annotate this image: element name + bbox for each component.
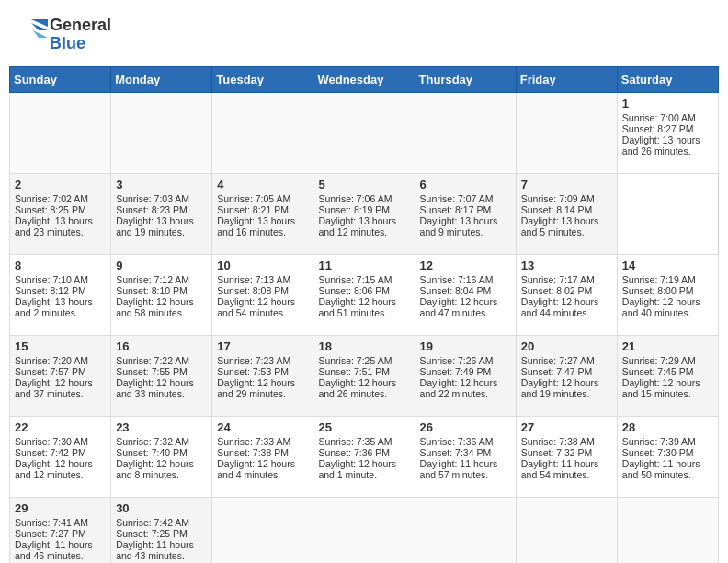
calendar-day-25: 25Sunrise: 7:35 AMSunset: 7:36 PMDayligh… [313,416,415,497]
day-header-row: SundayMondayTuesdayWednesdayThursdayFrid… [10,66,719,92]
day-header-sunday: Sunday [10,66,111,92]
calendar-day-7: 7Sunrise: 7:09 AMSunset: 8:14 PMDaylight… [516,173,617,254]
day-number: 21 [622,339,713,353]
empty-cell [415,497,516,563]
day-number: 20 [521,339,612,353]
calendar-week-6: 29Sunrise: 7:41 AMSunset: 7:27 PMDayligh… [10,497,719,563]
calendar-day-14: 14Sunrise: 7:19 AMSunset: 8:00 PMDayligh… [617,254,718,335]
calendar-day-17: 17Sunrise: 7:23 AMSunset: 7:53 PMDayligh… [212,335,313,416]
day-header-monday: Monday [111,66,212,92]
empty-cell [212,497,313,563]
day-number: 29 [15,501,106,515]
day-number: 18 [318,339,409,353]
day-number: 7 [521,178,612,191]
logo-blue: Blue [50,35,111,53]
day-number: 1 [622,97,713,110]
empty-cell [212,92,313,173]
calendar-day-21: 21Sunrise: 7:29 AMSunset: 7:45 PMDayligh… [617,335,718,416]
empty-cell [516,497,617,563]
logo-general: General [50,17,111,35]
calendar-day-6: 6Sunrise: 7:07 AMSunset: 8:17 PMDaylight… [415,173,516,254]
day-number: 22 [15,420,106,434]
day-number: 23 [116,420,207,434]
logo: General Blue [13,17,111,53]
day-number: 12 [420,259,511,272]
empty-cell [313,497,415,563]
day-number: 11 [318,259,409,272]
day-number: 4 [217,178,308,191]
day-number: 5 [318,178,409,191]
calendar-day-23: 23Sunrise: 7:32 AMSunset: 7:40 PMDayligh… [111,416,212,497]
calendar-table: SundayMondayTuesdayWednesdayThursdayFrid… [9,66,719,563]
calendar-day-29: 29Sunrise: 7:41 AMSunset: 7:27 PMDayligh… [10,497,111,563]
calendar-day-3: 3Sunrise: 7:03 AMSunset: 8:23 PMDaylight… [111,173,212,254]
calendar-week-4: 15Sunrise: 7:20 AMSunset: 7:57 PMDayligh… [10,335,719,416]
calendar-day-12: 12Sunrise: 7:16 AMSunset: 8:04 PMDayligh… [415,254,516,335]
calendar-day-15: 15Sunrise: 7:20 AMSunset: 7:57 PMDayligh… [10,335,111,416]
empty-cell [10,92,111,173]
day-header-tuesday: Tuesday [212,66,313,92]
day-number: 30 [116,501,207,515]
calendar-day-4: 4Sunrise: 7:05 AMSunset: 8:21 PMDaylight… [212,173,313,254]
day-header-saturday: Saturday [617,66,718,92]
calendar-week-1: 1Sunrise: 7:00 AMSunset: 8:27 PMDaylight… [10,92,719,173]
calendar-day-13: 13Sunrise: 7:17 AMSunset: 8:02 PMDayligh… [516,254,617,335]
calendar-day-10: 10Sunrise: 7:13 AMSunset: 8:08 PMDayligh… [212,254,313,335]
day-number: 17 [217,339,308,353]
empty-cell [516,92,617,173]
empty-cell [111,92,212,173]
day-number: 26 [420,420,511,434]
calendar-day-30: 30Sunrise: 7:42 AMSunset: 7:25 PMDayligh… [111,497,212,563]
calendar-week-3: 8Sunrise: 7:10 AMSunset: 8:12 PMDaylight… [10,254,719,335]
day-number: 13 [521,259,612,272]
day-number: 9 [116,259,207,272]
calendar-day-27: 27Sunrise: 7:38 AMSunset: 7:32 PMDayligh… [516,416,617,497]
calendar-day-20: 20Sunrise: 7:27 AMSunset: 7:47 PMDayligh… [516,335,617,416]
svg-marker-2 [33,30,48,38]
day-number: 28 [622,420,713,434]
calendar-day-18: 18Sunrise: 7:25 AMSunset: 7:51 PMDayligh… [313,335,415,416]
day-header-thursday: Thursday [415,66,516,92]
calendar-day-11: 11Sunrise: 7:15 AMSunset: 8:06 PMDayligh… [313,254,415,335]
day-number: 16 [116,339,207,353]
calendar-day-16: 16Sunrise: 7:22 AMSunset: 7:55 PMDayligh… [111,335,212,416]
day-number: 6 [420,178,511,191]
day-number: 25 [318,420,409,434]
calendar-day-24: 24Sunrise: 7:33 AMSunset: 7:38 PMDayligh… [212,416,313,497]
empty-cell [415,92,516,173]
day-number: 19 [420,339,511,353]
calendar-day-2: 2Sunrise: 7:02 AMSunset: 8:25 PMDaylight… [10,173,111,254]
calendar-day-1: 1Sunrise: 7:00 AMSunset: 8:27 PMDaylight… [617,92,718,173]
empty-cell [617,497,718,563]
calendar-day-26: 26Sunrise: 7:36 AMSunset: 7:34 PMDayligh… [415,416,516,497]
day-number: 15 [15,339,106,353]
day-number: 27 [521,420,612,434]
day-header-friday: Friday [516,66,617,92]
calendar-week-2: 2Sunrise: 7:02 AMSunset: 8:25 PMDaylight… [10,173,719,254]
svg-marker-1 [31,19,48,27]
page-header: General Blue [9,9,719,61]
day-number: 10 [217,259,308,272]
day-number: 14 [622,259,713,272]
day-number: 8 [15,259,106,272]
calendar-day-22: 22Sunrise: 7:30 AMSunset: 7:42 PMDayligh… [10,416,111,497]
day-number: 24 [217,420,308,434]
day-number: 3 [116,178,207,191]
calendar-day-28: 28Sunrise: 7:39 AMSunset: 7:30 PMDayligh… [617,416,718,497]
calendar-day-9: 9Sunrise: 7:12 AMSunset: 8:10 PMDaylight… [111,254,212,335]
calendar-week-5: 22Sunrise: 7:30 AMSunset: 7:42 PMDayligh… [10,416,719,497]
logo-bird-icon [13,17,48,52]
day-header-wednesday: Wednesday [313,66,415,92]
day-number: 2 [15,178,106,191]
calendar-day-8: 8Sunrise: 7:10 AMSunset: 8:12 PMDaylight… [10,254,111,335]
empty-cell [313,92,415,173]
calendar-day-5: 5Sunrise: 7:06 AMSunset: 8:19 PMDaylight… [313,173,415,254]
calendar-day-19: 19Sunrise: 7:26 AMSunset: 7:49 PMDayligh… [415,335,516,416]
